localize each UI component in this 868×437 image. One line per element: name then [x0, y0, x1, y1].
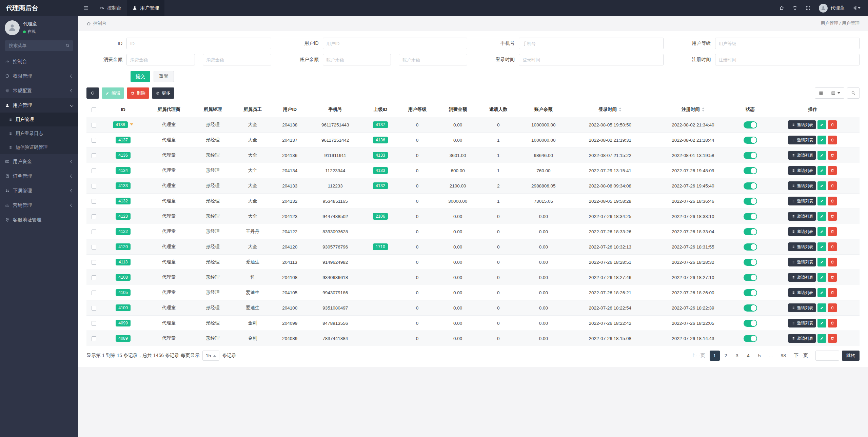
filter-input-max[interactable] [203, 54, 271, 65]
column-header[interactable]: 账户余额 [518, 102, 569, 117]
sidebar-item[interactable]: 控制台 [0, 54, 78, 69]
status-toggle[interactable] [744, 274, 757, 281]
status-toggle[interactable] [744, 213, 757, 220]
status-toggle[interactable] [744, 243, 757, 251]
delete-button[interactable] [828, 303, 837, 312]
edit-button[interactable] [817, 273, 826, 282]
filter-input-max[interactable] [399, 54, 467, 65]
edit-button[interactable] [817, 258, 826, 266]
edit-button[interactable] [817, 212, 826, 221]
filter-input-min[interactable] [126, 54, 195, 65]
invite-list-button[interactable]: 邀请列表 [788, 120, 816, 129]
table-search-button[interactable] [847, 87, 860, 99]
invite-list-button[interactable]: 邀请列表 [788, 151, 816, 160]
status-toggle[interactable] [744, 152, 757, 159]
edit-button[interactable] [817, 151, 826, 160]
filter-input[interactable] [126, 38, 271, 49]
column-header[interactable]: 邀请人数 [478, 102, 518, 117]
edit-button[interactable] [817, 242, 826, 251]
status-toggle[interactable] [744, 259, 757, 266]
status-toggle[interactable] [744, 228, 757, 235]
delete-button[interactable] [828, 288, 837, 297]
more-button[interactable]: 更多 [152, 87, 174, 99]
status-toggle[interactable] [744, 167, 757, 174]
menu-search-button[interactable] [62, 40, 73, 51]
status-toggle[interactable] [744, 304, 757, 312]
status-toggle[interactable] [744, 289, 757, 296]
column-header[interactable]: 注册时间 [652, 102, 735, 117]
status-toggle[interactable] [744, 137, 757, 144]
status-toggle[interactable] [744, 121, 757, 128]
delete-button[interactable] [828, 258, 837, 266]
filter-input[interactable] [519, 54, 664, 65]
sidebar-item[interactable]: 用户资金 [0, 154, 78, 169]
delete-toolbar-button[interactable]: 删除 [127, 87, 149, 99]
row-checkbox[interactable] [92, 168, 96, 173]
row-checkbox[interactable] [92, 123, 96, 127]
home-button[interactable] [775, 0, 788, 16]
status-toggle[interactable] [744, 198, 757, 205]
delete-button[interactable] [828, 181, 837, 190]
page-button[interactable]: 1 [710, 351, 720, 361]
column-header[interactable]: 用户ID [273, 102, 307, 117]
sidebar-item[interactable]: 下属管理 [0, 183, 78, 198]
edit-button[interactable] [817, 136, 826, 144]
edit-button[interactable] [817, 334, 826, 343]
delete-button[interactable] [828, 197, 837, 205]
sidebar-item[interactable]: 常规配置 [0, 83, 78, 98]
refresh-button[interactable] [86, 87, 99, 99]
invite-list-button[interactable]: 邀请列表 [788, 258, 816, 266]
column-header[interactable]: ID [101, 102, 145, 117]
sidebar-subitem[interactable]: 用户管理 [0, 113, 78, 126]
edit-button[interactable] [817, 319, 826, 327]
delete-button[interactable] [828, 242, 837, 251]
filter-input[interactable] [323, 38, 468, 49]
delete-button[interactable] [828, 166, 837, 175]
select-all-checkbox[interactable] [92, 107, 96, 112]
page-button[interactable]: 98 [777, 351, 789, 361]
sort-icon[interactable] [702, 106, 705, 113]
row-checkbox[interactable] [92, 260, 96, 265]
edit-button[interactable] [817, 303, 826, 312]
edit-button[interactable] [817, 181, 826, 190]
page-button[interactable]: 上一页 [688, 351, 709, 361]
column-header[interactable]: 所属经理 [193, 102, 233, 117]
delete-button[interactable] [828, 151, 837, 160]
sidebar-item[interactable]: 订单管理 [0, 169, 78, 183]
sidebar-item[interactable]: 用户管理 [0, 98, 78, 113]
breadcrumb-left[interactable]: 控制台 [93, 20, 106, 26]
column-header[interactable]: 登录时间 [569, 102, 652, 117]
invite-list-button[interactable]: 邀请列表 [788, 273, 816, 282]
invite-list-button[interactable]: 邀请列表 [788, 166, 816, 175]
filter-input-min[interactable] [323, 54, 391, 65]
navbar-user-menu[interactable]: 代理童 [815, 0, 849, 16]
row-checkbox[interactable] [92, 138, 96, 143]
nav-item-user-management[interactable]: 用户管理 [127, 0, 164, 16]
invite-list-button[interactable]: 邀请列表 [788, 303, 816, 312]
invite-list-button[interactable]: 邀请列表 [788, 136, 816, 144]
edit-button[interactable] [817, 197, 826, 205]
invite-list-button[interactable]: 邀请列表 [788, 227, 816, 236]
row-checkbox[interactable] [92, 321, 96, 326]
status-toggle[interactable] [744, 182, 757, 190]
reset-button[interactable]: 重置 [154, 71, 174, 82]
invite-list-button[interactable]: 邀请列表 [788, 334, 816, 343]
column-header[interactable]: 手机号 [307, 102, 363, 117]
delete-button[interactable] [828, 319, 837, 327]
column-header[interactable]: 用户等级 [397, 102, 437, 117]
invite-list-button[interactable]: 邀请列表 [788, 288, 816, 297]
page-button[interactable]: 4 [743, 351, 753, 361]
sidebar-subitem[interactable]: 用户登录日志 [0, 126, 78, 140]
page-jump-button[interactable]: 跳转 [842, 351, 860, 361]
submit-button[interactable]: 提交 [131, 71, 150, 82]
row-checkbox[interactable] [92, 245, 96, 250]
row-checkbox[interactable] [92, 336, 96, 341]
sidebar-toggle-button[interactable] [78, 0, 94, 16]
column-header[interactable]: 上级ID [363, 102, 397, 117]
page-button[interactable]: 5 [754, 351, 765, 361]
page-button[interactable]: 2 [721, 351, 731, 361]
page-button[interactable]: 3 [732, 351, 742, 361]
delete-button[interactable] [828, 227, 837, 236]
invite-list-button[interactable]: 邀请列表 [788, 242, 816, 251]
row-checkbox[interactable] [92, 306, 96, 311]
